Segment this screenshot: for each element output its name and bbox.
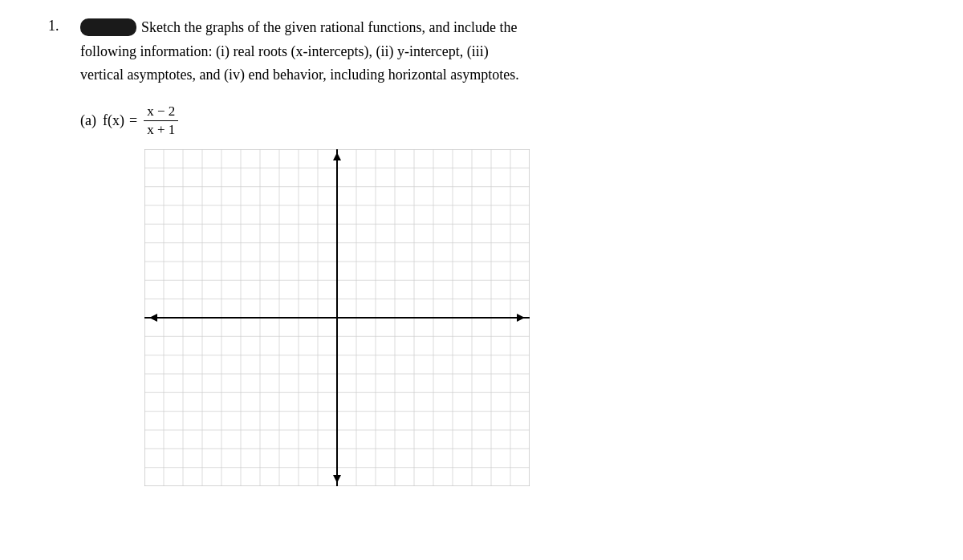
redacted-box xyxy=(80,18,136,36)
graph-wrapper xyxy=(144,149,530,486)
instruction-line2: following information: (i) real roots (x… xyxy=(80,43,489,59)
problem-row: 1. Sketch the graphs of the given ration… xyxy=(48,16,915,87)
problem-number: 1. xyxy=(48,16,72,34)
function-name: f(x) xyxy=(103,112,124,129)
equals-sign: = xyxy=(129,112,137,129)
fraction-numerator: x − 2 xyxy=(144,103,178,121)
fraction-denominator: x + 1 xyxy=(144,121,178,138)
part-letter: (a) xyxy=(80,112,96,129)
part-a-label: (a) f(x) = x − 2 x + 1 xyxy=(80,103,915,138)
page-container: 1. Sketch the graphs of the given ration… xyxy=(0,0,963,560)
problem-text: Sketch the graphs of the given rational … xyxy=(80,16,915,87)
coordinate-grid xyxy=(144,149,530,486)
rational-fraction: x − 2 x + 1 xyxy=(144,103,178,138)
instruction-line1: Sketch the graphs of the given rational … xyxy=(141,19,517,35)
graph-area xyxy=(144,149,915,486)
instruction-line3: vertical asymptotes, and (iv) end behavi… xyxy=(80,67,519,83)
